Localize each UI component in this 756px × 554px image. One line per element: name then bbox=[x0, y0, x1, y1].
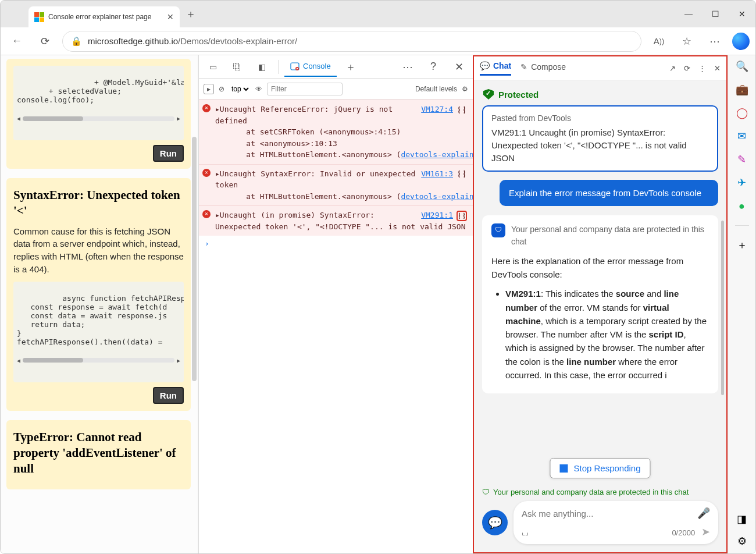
tab-title: Console error explainer test page bbox=[48, 13, 151, 21]
devtools-close-icon[interactable]: ✕ bbox=[448, 56, 469, 77]
copilot-explain-icon[interactable] bbox=[457, 211, 467, 221]
source-link[interactable]: VM291:1 bbox=[421, 211, 453, 219]
window-controls: — ☐ ✕ bbox=[675, 1, 755, 27]
copilot-button[interactable] bbox=[732, 33, 750, 50]
settings-icon[interactable]: ⚙ bbox=[462, 85, 468, 93]
maximize-button[interactable]: ☐ bbox=[702, 1, 729, 27]
device-icon[interactable]: ⿻ bbox=[227, 56, 248, 77]
code-block: async function fetchAPIResponse( const r… bbox=[13, 282, 184, 382]
source-link[interactable]: VM161:3 bbox=[421, 169, 453, 178]
close-icon[interactable]: ✕ bbox=[714, 64, 721, 73]
code-block: + @Model.MyGuid+'&lang + selectedValue; … bbox=[13, 66, 184, 140]
titlebar: Console error explainer test page ✕ ＋ — … bbox=[1, 1, 755, 27]
tab-console[interactable]: Console bbox=[284, 57, 337, 77]
pasted-from-label: Pasted from DevTools bbox=[491, 112, 709, 124]
live-expression-icon[interactable]: 👁 bbox=[255, 85, 262, 93]
console-output: ✕ VM127:4 ▸Uncaught ReferenceError: jQue… bbox=[199, 100, 473, 553]
more-icon[interactable]: ⋯ bbox=[704, 31, 725, 52]
browser-tab[interactable]: Console error explainer test page ✕ bbox=[28, 6, 180, 27]
devtools-more-icon[interactable]: ⋯ bbox=[397, 56, 418, 77]
url-path: /Demos/devtools-explain-error/ bbox=[178, 36, 297, 46]
search-icon[interactable]: 🔍 bbox=[736, 60, 748, 73]
clear-console-icon[interactable]: ⊘ bbox=[219, 85, 224, 93]
minimize-button[interactable]: — bbox=[675, 1, 702, 27]
send-icon[interactable]: ➤ bbox=[701, 526, 710, 538]
pasted-text: VM291:1 Uncaught (in promise) SyntaxErro… bbox=[491, 126, 709, 164]
vertical-scrollbar[interactable] bbox=[721, 221, 724, 395]
log-levels[interactable]: Default levels bbox=[415, 85, 457, 93]
stop-icon bbox=[559, 464, 568, 473]
browser-sidebar: 🔍 💼 ◯ ✉ ✎ ✈ ● ＋ ◨ ⚙ bbox=[728, 55, 755, 553]
stop-responding-button[interactable]: Stop Responding bbox=[550, 458, 650, 478]
tab-chat[interactable]: 💬Chat bbox=[480, 61, 511, 76]
inspect-icon[interactable]: ▭ bbox=[202, 56, 223, 77]
horizontal-scrollbar[interactable]: ◀▶ bbox=[17, 357, 180, 364]
address-bar[interactable]: 🔒 microsoftedge.github.io/Demos/devtools… bbox=[62, 31, 641, 52]
copilot-footer: 🛡 Your personal and company data are pro… bbox=[474, 484, 726, 552]
ask-input-box[interactable]: 🎤 ⌞⌟ 0/2000 ➤ bbox=[513, 501, 718, 544]
source-link[interactable]: VM127:4 bbox=[421, 105, 453, 113]
telegram-icon[interactable]: ✈ bbox=[736, 176, 748, 189]
console-filter-bar: ▸ ⊘ top 👁 Default levels ⚙ bbox=[199, 79, 473, 100]
run-button[interactable]: Run bbox=[153, 387, 184, 404]
copilot-header: 💬Chat ✎Compose ↗ ⟳ ⋮ ✕ bbox=[474, 56, 726, 81]
protected-badge: Protected bbox=[482, 87, 718, 105]
copilot-explain-icon[interactable] bbox=[457, 169, 467, 179]
horizontal-scrollbar[interactable]: ◀▶ bbox=[17, 115, 180, 122]
run-button[interactable]: Run bbox=[153, 145, 184, 162]
dock-icon[interactable]: ◧ bbox=[251, 56, 272, 77]
devtools-tabs: ▭ ⿻ ◧ Console ＋ ⋯ ? ✕ bbox=[199, 55, 473, 79]
context-select[interactable]: top bbox=[229, 84, 251, 94]
error-icon: ✕ bbox=[202, 104, 211, 112]
chat-icon: 💬 bbox=[480, 61, 490, 70]
menu-icon[interactable]: ⋮ bbox=[698, 64, 706, 73]
spotify-icon[interactable]: ● bbox=[736, 200, 748, 212]
copilot-panel: 💬Chat ✎Compose ↗ ⟳ ⋮ ✕ Protected Pasted … bbox=[473, 55, 728, 553]
refresh-button[interactable]: ⟳ bbox=[34, 31, 55, 52]
console-error[interactable]: ✕ VM161:3 ▸Uncaught SyntaxError: Invalid… bbox=[199, 164, 473, 206]
new-topic-button[interactable]: 💬 bbox=[482, 510, 508, 535]
refresh-icon[interactable]: ⟳ bbox=[684, 64, 690, 73]
close-button[interactable]: ✕ bbox=[729, 1, 755, 27]
favorite-icon[interactable]: ☆ bbox=[676, 31, 697, 52]
office-icon[interactable]: ◯ bbox=[736, 106, 748, 119]
open-icon[interactable]: ↗ bbox=[669, 64, 676, 73]
error-icon: ✕ bbox=[202, 169, 211, 177]
add-icon[interactable]: ＋ bbox=[736, 239, 748, 251]
shield-icon bbox=[483, 89, 494, 100]
char-count: 0/2000 bbox=[672, 528, 695, 537]
outlook-icon[interactable]: ✉ bbox=[736, 130, 748, 143]
devtools-help-icon[interactable]: ? bbox=[423, 56, 444, 77]
vertical-scrollbar[interactable] bbox=[192, 137, 197, 381]
console-icon bbox=[290, 62, 299, 71]
add-tab-icon[interactable]: ＋ bbox=[340, 56, 361, 77]
assistant-response: 🛡 Your personal and company data are pro… bbox=[482, 215, 718, 394]
protection-notice: Your personal and company data are prote… bbox=[511, 223, 709, 248]
copilot-explain-icon[interactable] bbox=[457, 105, 467, 115]
attach-icon[interactable]: ⌞⌟ bbox=[522, 528, 529, 537]
copilot-body: Protected Pasted from DevTools VM291:1 U… bbox=[474, 81, 726, 484]
console-error[interactable]: ✕ VM127:4 ▸Uncaught ReferenceError: jQue… bbox=[199, 100, 473, 164]
filter-input[interactable] bbox=[267, 83, 343, 95]
designer-icon[interactable]: ✎ bbox=[736, 153, 748, 166]
briefcase-icon[interactable]: 💼 bbox=[736, 83, 748, 96]
stack-link[interactable]: devtools-explain-error/:332:25 bbox=[401, 150, 473, 159]
sidebar-toggle-icon[interactable]: ▸ bbox=[204, 84, 214, 94]
console-error[interactable]: ✕ VM291:1 ▸Uncaught (in promise) SyntaxE… bbox=[199, 205, 473, 236]
back-button[interactable]: ← bbox=[6, 31, 27, 52]
example-card-2: SyntaxError: Unexpected token '<' Common… bbox=[6, 178, 191, 411]
example-card-1: + @Model.MyGuid+'&lang + selectedValue; … bbox=[6, 59, 191, 169]
stack-link[interactable]: devtools-explain-error/:332:25 bbox=[401, 192, 473, 201]
settings-icon[interactable]: ⚙ bbox=[736, 535, 748, 548]
read-aloud-icon[interactable]: A)) bbox=[648, 31, 669, 52]
card-body: Common cause for this is fetching JSON d… bbox=[13, 225, 184, 276]
mic-icon[interactable]: 🎤 bbox=[697, 507, 710, 520]
error-icon: ✕ bbox=[202, 210, 211, 218]
ask-input[interactable] bbox=[522, 509, 691, 519]
collapse-icon[interactable]: ◨ bbox=[736, 513, 748, 525]
new-tab-button[interactable]: ＋ bbox=[186, 7, 196, 21]
console-prompt[interactable]: › bbox=[199, 236, 473, 251]
tab-compose[interactable]: ✎Compose bbox=[520, 62, 566, 75]
page-content: + @Model.MyGuid+'&lang + selectedValue; … bbox=[1, 55, 198, 553]
tab-close-icon[interactable]: ✕ bbox=[167, 12, 174, 22]
